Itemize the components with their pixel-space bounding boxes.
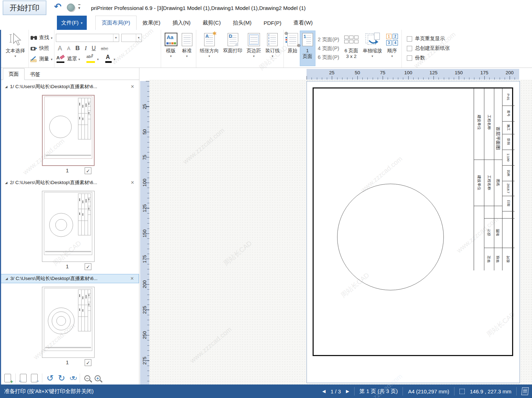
tb-unit-value: 建设单位 bbox=[477, 115, 482, 130]
mask-eraser-icon: A bbox=[57, 55, 66, 63]
page-thumbnail-1[interactable] bbox=[42, 95, 95, 166]
one-page-button[interactable]: 1 1 页面 bbox=[300, 31, 315, 66]
shrink-font-button[interactable]: A bbox=[67, 45, 70, 51]
grow-font-button[interactable]: A bbox=[58, 45, 62, 52]
move-page-right-button[interactable]: → bbox=[31, 374, 38, 382]
standard-button[interactable]: 标准 ▾ bbox=[180, 31, 195, 66]
copies-option[interactable]: 份数 bbox=[407, 53, 450, 63]
page-thumbnail-2[interactable] bbox=[42, 191, 95, 262]
ruler-label: 275 bbox=[140, 356, 149, 365]
tab-effects[interactable]: 效果(E) bbox=[137, 16, 166, 30]
measure-button[interactable]: 测量 ▾ bbox=[30, 54, 53, 64]
original-button[interactable]: ⊕ ⊕ 原始 bbox=[285, 31, 300, 66]
tab-view[interactable]: 查看(W) bbox=[287, 16, 319, 30]
tab-header[interactable]: 抬头(M) bbox=[227, 16, 258, 30]
font-family-combo[interactable]: ▾ bbox=[56, 34, 119, 42]
tab-insert[interactable]: 插入(N) bbox=[166, 16, 197, 30]
pages-toolbar: + ← → ↺ ↻ ↺↻ − + bbox=[0, 372, 139, 384]
find-button[interactable]: 查找 ▾ bbox=[30, 32, 53, 43]
page-item-header-3[interactable]: ◢ 3/ C:\Users\周站长\Desktop\直播素材\6... × bbox=[0, 274, 139, 283]
close-icon[interactable]: × bbox=[131, 179, 134, 186]
app-window: 开始打印 ↶ ▾ priPrinter Professional 6.9 - [… bbox=[0, 0, 532, 398]
panel-tab-pages[interactable]: 页面 bbox=[3, 68, 25, 80]
template-icon: Aa bbox=[165, 32, 177, 47]
ruler-label: 50 bbox=[350, 70, 365, 75]
six-pages-grid-button[interactable]: 6 页面 3 x 2 bbox=[342, 31, 361, 66]
zoom-in-button[interactable]: + bbox=[95, 375, 101, 381]
undo-icon[interactable]: ↶ bbox=[54, 1, 62, 12]
mask-label[interactable]: 遮罩 bbox=[67, 56, 77, 62]
prev-page-icon[interactable]: ◀ bbox=[322, 389, 325, 394]
text-select-button[interactable]: 文本选择 ▾ bbox=[4, 31, 27, 66]
rotate-180-button[interactable]: ↺↻ bbox=[69, 375, 75, 382]
font-size-combo[interactable]: ▾ bbox=[121, 34, 142, 42]
six-pages-option[interactable]: 6 页面(P) bbox=[318, 54, 339, 61]
tb-date-value: 2018.7 bbox=[506, 183, 510, 193]
four-pages-option[interactable]: 4 页面(P) bbox=[318, 45, 339, 52]
scale-individually-button[interactable]: 单独缩放 ▾ bbox=[361, 31, 384, 66]
tb-stage-label: 阶段 bbox=[506, 139, 511, 145]
add-page-button[interactable]: + bbox=[4, 374, 11, 382]
page-checkbox[interactable]: ✓ bbox=[85, 167, 91, 174]
page-item-header-2[interactable]: ◢ 2/ C:\Users\周站长\Desktop\直播素材\6... × bbox=[0, 178, 139, 187]
page-item-path: 2/ C:\Users\周站长\Desktop\直播素材\6... bbox=[10, 179, 97, 186]
template-label: 模版 bbox=[166, 48, 176, 54]
tab-page-layout[interactable]: 页面布局(P) bbox=[95, 16, 137, 30]
page-item-header-1[interactable]: ◢ 1/ C:\Users\周站长\Desktop\直播素材\6... × bbox=[0, 82, 139, 91]
duplex-button[interactable]: D 双面打印 bbox=[221, 31, 245, 66]
tb-project-label: 工程名称 bbox=[486, 175, 491, 190]
start-print-button[interactable]: 开始打印 bbox=[3, 1, 46, 15]
close-icon[interactable]: × bbox=[131, 84, 134, 90]
page-thumbnail-3[interactable] bbox=[42, 287, 95, 358]
create-new-sheet-option[interactable]: 总创建至新纸张 bbox=[407, 44, 450, 53]
orientation-button[interactable]: A ✱ 纸张方向 ▾ bbox=[198, 31, 221, 66]
move-page-left-button[interactable]: ← bbox=[20, 374, 27, 382]
repeat-single-page-option[interactable]: 单页重复显示 bbox=[407, 34, 450, 44]
quick-access-dropdown-icon[interactable]: ▾ bbox=[78, 4, 80, 10]
text-select-label: 文本选择 bbox=[6, 48, 25, 54]
highlight-icon[interactable]: ab ✎ bbox=[86, 55, 96, 63]
font-color-icon[interactable]: A bbox=[105, 55, 112, 63]
italic-button[interactable]: I bbox=[85, 45, 87, 52]
margins-icon bbox=[248, 32, 260, 47]
close-icon[interactable]: × bbox=[131, 275, 134, 282]
collapse-icon[interactable]: ◢ bbox=[5, 85, 7, 88]
record-circle-icon[interactable] bbox=[67, 4, 75, 11]
ruler-label: 100 bbox=[140, 178, 149, 187]
orientation-icon: A ✱ bbox=[204, 32, 215, 47]
tab-pdf[interactable]: PDF(P) bbox=[257, 16, 287, 30]
underline-button[interactable]: U bbox=[92, 45, 96, 52]
document-icon[interactable] bbox=[521, 387, 529, 395]
page-item-path: 3/ C:\Users\周站长\Desktop\直播素材\6... bbox=[10, 275, 97, 282]
tab-crop[interactable]: 裁剪(C) bbox=[197, 16, 227, 30]
rotate-ccw-button[interactable]: ↺ bbox=[47, 374, 54, 382]
zoom-out-button[interactable]: − bbox=[84, 375, 90, 381]
template-button[interactable]: Aa 模版 ▾ bbox=[163, 31, 180, 66]
chevron-down-icon: ▾ bbox=[79, 58, 80, 61]
rotate-cw-button[interactable]: ↻ bbox=[58, 374, 65, 382]
page-number: 1 bbox=[66, 359, 69, 365]
ruler-label: 125 bbox=[426, 70, 441, 75]
chevron-down-icon: ▾ bbox=[51, 58, 53, 61]
collapse-icon[interactable]: ◢ bbox=[5, 277, 8, 280]
bold-button[interactable]: B bbox=[75, 45, 80, 52]
collapse-icon[interactable]: ◢ bbox=[5, 181, 7, 184]
panel-tab-bookmarks[interactable]: 书签 bbox=[25, 69, 46, 80]
tb-project-value: 工程名称 bbox=[486, 115, 491, 130]
preview-workspace[interactable]: 建设单位 工程名称 首层平面图 P-01 图号 施工 阶段 1:100 比例 2… bbox=[149, 80, 532, 384]
margins-button[interactable]: 页边距 ▾ bbox=[245, 31, 264, 66]
order-button[interactable]: 1234 顺序 ▾ bbox=[384, 31, 400, 66]
tb-approve: 审定 bbox=[486, 256, 491, 263]
tb-proof: 校对 bbox=[506, 256, 511, 263]
page-checkbox[interactable]: ✓ bbox=[85, 263, 91, 270]
cursor-icon bbox=[9, 32, 22, 47]
file-menu-button[interactable]: 文件(F) ▾ bbox=[57, 16, 87, 30]
two-pages-option[interactable]: 2 页面(P) bbox=[318, 36, 339, 43]
file-menu-label: 文件(F) bbox=[61, 20, 79, 26]
gutter-button[interactable]: 装订线 ▾ bbox=[263, 31, 282, 66]
page-checkbox[interactable]: ✓ bbox=[85, 359, 91, 366]
snapshot-button[interactable]: 快照 bbox=[30, 43, 53, 54]
strikethrough-button[interactable]: abc bbox=[101, 46, 108, 51]
page-preview[interactable]: 建设单位 工程名称 首层平面图 P-01 图号 施工 阶段 1:100 比例 2… bbox=[307, 81, 520, 383]
next-page-icon[interactable]: ▶ bbox=[346, 389, 349, 394]
